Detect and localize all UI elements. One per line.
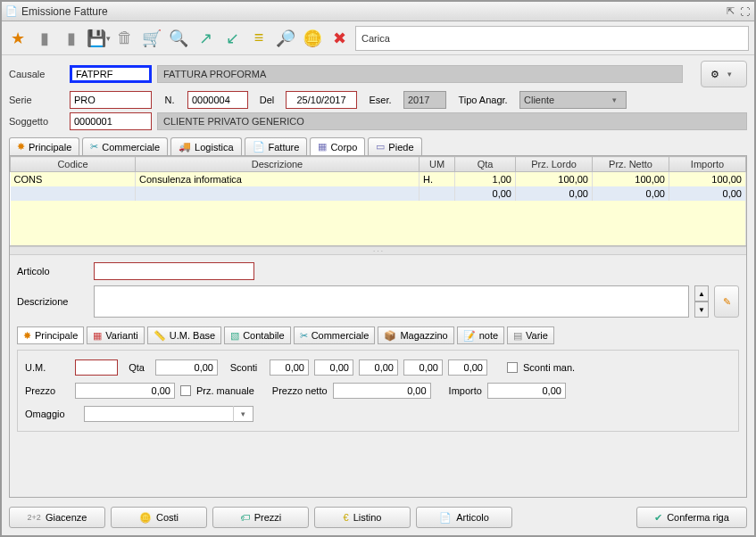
lines-grid[interactable]: Codice Descrizione UM Qta Prz. Lordo Prz… [10, 156, 746, 246]
sconto-5-input[interactable]: 0,00 [448, 359, 487, 376]
splitter[interactable]: · · · [10, 246, 746, 255]
qta-input[interactable]: 0,00 [155, 359, 218, 376]
chevron-down-icon: ▾ [722, 66, 738, 82]
subtab-magazzino[interactable]: 📦Magazzino [378, 326, 453, 344]
spinner-down[interactable]: ▼ [694, 302, 709, 318]
label-soggetto: Soggetto [9, 116, 64, 127]
conferma-riga-button[interactable]: ✔Conferma riga [636, 507, 747, 528]
coins-icon: 🪙 [139, 512, 152, 524]
table-row[interactable]: CONS Consulenza informatica H. 1,00 100,… [11, 172, 746, 187]
label-descrizione: Descrizione [17, 296, 88, 307]
note-icon: 📝 [463, 330, 476, 342]
articolo-button[interactable]: 📄Articolo [416, 507, 512, 528]
spinner-up[interactable]: ▲ [694, 285, 709, 302]
subtab-note[interactable]: 📝note [457, 326, 504, 344]
sconto-2-input[interactable]: 0,00 [314, 359, 353, 376]
tab-fatture[interactable]: 📄Fatture [245, 137, 308, 155]
listino-button[interactable]: €Listino [314, 507, 411, 528]
subtab-principale[interactable]: ✸Principale [17, 326, 84, 344]
tag-icon: 🏷 [240, 512, 250, 523]
ruler-icon: 📏 [154, 330, 166, 342]
window-maximize-icon[interactable]: ⛶ [738, 5, 751, 18]
serie-input[interactable]: PRO [70, 91, 152, 109]
subtab-contabile[interactable]: ▧Contabile [224, 326, 290, 344]
save-icon[interactable]: 💾▾ [87, 28, 109, 49]
sconto-4-input[interactable]: 0,00 [403, 359, 443, 376]
label-prz-manuale: Prz. manuale [196, 385, 254, 396]
soggetto-input[interactable]: 0000001 [70, 112, 152, 130]
sconto-3-input[interactable]: 0,00 [359, 359, 398, 376]
star-icon[interactable]: ★ [7, 28, 29, 49]
window-title: Emissione Fatture [21, 5, 720, 18]
new-doc-icon[interactable]: ▮ [34, 28, 55, 49]
copy-doc-icon[interactable]: ▮ [61, 28, 82, 49]
close-icon[interactable]: ✖ [328, 28, 350, 49]
col-importo[interactable]: Importo [669, 157, 746, 172]
euro-icon: € [344, 512, 349, 523]
grid-icon: ▦ [318, 141, 327, 153]
subtab-commerciale[interactable]: ✂Commerciale [294, 326, 376, 344]
edit-button[interactable]: ✎ [714, 285, 739, 318]
coins-icon[interactable]: 🪙 [302, 28, 323, 49]
box-icon: 📦 [384, 330, 396, 342]
date-input[interactable]: 25/10/2017 [286, 91, 357, 109]
table-row[interactable]: 0,00 0,00 0,00 0,00 [11, 186, 746, 201]
misc-icon: ▤ [513, 330, 522, 342]
prezzo-netto-input[interactable]: 0,00 [333, 383, 431, 399]
label-importo: Importo [449, 385, 482, 396]
col-descrizione[interactable]: Descrizione [136, 157, 420, 172]
um-input[interactable] [75, 359, 118, 376]
label-sconti: Sconti [223, 362, 264, 373]
label-prezzo: Prezzo [25, 385, 70, 396]
col-prz-lordo[interactable]: Prz. Lordo [516, 157, 593, 172]
label-tipo-anagr: Tipo Anagr. [452, 95, 514, 105]
subtab-varie[interactable]: ▤Varie [507, 326, 554, 344]
tab-corpo[interactable]: ▦Corpo [310, 137, 365, 155]
label-numero: N. [157, 95, 182, 105]
causale-input[interactable]: FATPRF [70, 65, 152, 83]
importo-input[interactable]: 0,00 [487, 383, 566, 399]
subtab-varianti[interactable]: ▦Varianti [87, 326, 144, 344]
sconti-man-checkbox[interactable] [507, 362, 518, 373]
tools-icon: ✂ [300, 330, 308, 342]
numero-input[interactable]: 0000004 [187, 91, 248, 109]
prz-manuale-checkbox[interactable] [180, 385, 191, 396]
tab-commerciale[interactable]: ✂Commerciale [82, 137, 168, 155]
sconto-1-input[interactable]: 0,00 [270, 359, 309, 376]
col-prz-netto[interactable]: Prz. Netto [593, 157, 669, 172]
magnifier-icon[interactable]: 🔍 [168, 28, 189, 49]
table-row[interactable] [11, 201, 746, 245]
trash-icon[interactable]: 🗑 [114, 28, 136, 49]
prezzi-button[interactable]: 🏷Prezzi [212, 507, 309, 528]
label-sconti-man: Sconti man. [523, 362, 575, 373]
chevron-down-icon: ▾ [606, 92, 622, 108]
subtab-um-base[interactable]: 📏U.M. Base [147, 326, 221, 344]
load-input[interactable]: Carica [355, 26, 749, 51]
col-um[interactable]: UM [420, 157, 455, 172]
costi-button[interactable]: 🪙Costi [111, 507, 207, 528]
table-icon: ▧ [230, 330, 239, 342]
prezzo-input[interactable]: 0,00 [75, 383, 175, 399]
col-qta[interactable]: Qta [455, 157, 516, 172]
gear-button[interactable]: ⚙▾ [701, 61, 747, 87]
doc-icon: 📄 [253, 141, 265, 153]
app-icon: 📄 [5, 5, 18, 17]
window-detach-icon[interactable]: ⇱ [724, 5, 736, 18]
doc-icon: 📄 [439, 512, 452, 524]
cart-icon[interactable]: 🛒 [141, 28, 162, 49]
export-icon[interactable]: ↗ [195, 28, 216, 49]
articolo-input[interactable] [94, 262, 254, 280]
eser-input: 2017 [403, 91, 446, 109]
col-codice[interactable]: Codice [11, 157, 136, 172]
label-um: U.M. [25, 362, 70, 373]
giacenze-button[interactable]: 2+2Giacenze [9, 507, 105, 528]
list-icon[interactable]: ≡ [248, 28, 270, 49]
descrizione-textarea[interactable] [94, 285, 689, 318]
tab-piede[interactable]: ▭Piede [368, 137, 421, 155]
tab-principale[interactable]: ✸Principale [9, 137, 79, 155]
tab-logistica[interactable]: 🚚Logistica [170, 137, 241, 155]
search-doc-icon[interactable]: 🔎 [275, 28, 296, 49]
omaggio-select[interactable]: ▾ [84, 406, 253, 422]
causale-desc: FATTURA PROFORMA [157, 65, 683, 83]
import-icon[interactable]: ↙ [221, 28, 243, 49]
